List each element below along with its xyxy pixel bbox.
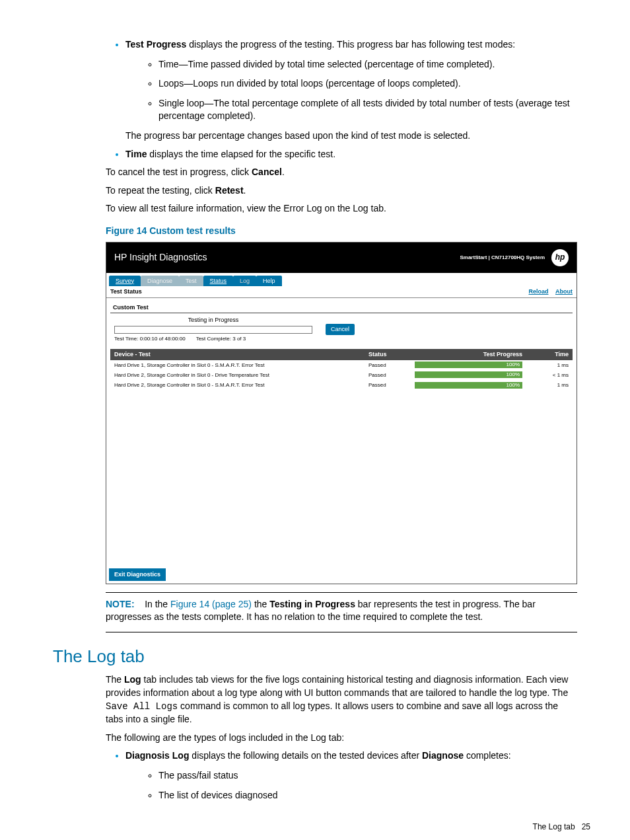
note-label: NOTE:	[106, 599, 135, 609]
para: To repeat the testing, click Retest.	[106, 184, 577, 198]
para: The following are the types of logs incl…	[106, 732, 577, 745]
hp-logo-icon: hp	[551, 249, 569, 266]
app-title: HP Insight Diagnostics	[114, 251, 207, 264]
sublist-item: Time—Time passed divided by total time s…	[158, 58, 577, 71]
strong-text: Time	[125, 149, 147, 159]
sublist-item: Loops—Loops run divided by total loops (…	[158, 77, 577, 91]
sublist-item: Single loop—The total percentage complet…	[158, 97, 577, 123]
text: displays the progress of the testing. Th…	[186, 39, 515, 50]
cancel-button[interactable]: Cancel	[326, 324, 355, 335]
tab-log[interactable]: Log	[233, 276, 256, 287]
list-item: Test Progress displays the progress of t…	[125, 38, 577, 143]
tab-test[interactable]: Test	[179, 276, 203, 287]
text: displays the time elapsed for the specif…	[147, 149, 335, 159]
list-item: Time displays the time elapsed for the s…	[125, 148, 577, 161]
sublist-item: The pass/fail status	[158, 769, 577, 783]
tab-help[interactable]: Help	[256, 276, 282, 287]
col-progress: Test Progress	[411, 349, 526, 360]
system-label: SmartStart | CN712700HQ System	[460, 254, 545, 261]
progress-label: Testing in Progress	[114, 316, 312, 325]
section-heading-log-tab: The Log tab	[53, 644, 577, 668]
tab-diagnose[interactable]: Diagnose	[141, 276, 179, 287]
para: To view all test failure information, vi…	[106, 202, 577, 215]
strong-text: Test Progress	[125, 39, 186, 50]
box-title: Custom Test	[110, 302, 573, 314]
progress-meta-time: Test Time: 0:00:10 of 48:00:00	[114, 335, 186, 342]
table-row: Hard Drive 2, Storage Controller in Slot…	[110, 380, 573, 390]
sublist-item: The list of devices diagnosed	[158, 789, 577, 802]
para: To cancel the test in progress, click Ca…	[106, 166, 577, 179]
app-titlebar: HP Insight Diagnostics SmartStart | CN71…	[106, 243, 577, 273]
about-link[interactable]: About	[555, 288, 573, 295]
progress-meta-complete: Test Complete: 3 of 3	[196, 335, 246, 342]
list-item: Diagnosis Log displays the following det…	[125, 749, 577, 802]
para: The progress bar percentage changes base…	[125, 130, 577, 143]
col-device: Device - Test	[110, 349, 365, 360]
progress-bar	[114, 326, 312, 334]
figure-caption: Figure 14 Custom test results	[106, 225, 577, 238]
table-row: Hard Drive 1, Storage Controller in Slot…	[110, 360, 573, 370]
screenshot-figure: HP Insight Diagnostics SmartStart | CN71…	[106, 242, 577, 584]
exit-diagnostics-button[interactable]: Exit Diagnostics	[109, 568, 166, 581]
figure-link[interactable]: Figure 14 (page 25)	[170, 599, 252, 609]
para: The Log tab includes tab views for the f…	[106, 673, 577, 726]
col-time: Time	[526, 349, 573, 360]
table-row: Hard Drive 2, Storage Controller in Slot…	[110, 370, 573, 380]
tab-survey[interactable]: Survey	[109, 276, 141, 287]
tab-status[interactable]: Status	[203, 276, 234, 287]
col-status: Status	[365, 349, 411, 360]
note-text: NOTE: In the Figure 14 (page 25) the Tes…	[106, 598, 577, 624]
subheader-title: Test Status	[110, 287, 142, 296]
page-footer: The Log tab 25	[53, 821, 590, 833]
reload-link[interactable]: Reload	[528, 288, 548, 295]
results-table: Device - Test Status Test Progress Time …	[110, 349, 573, 390]
